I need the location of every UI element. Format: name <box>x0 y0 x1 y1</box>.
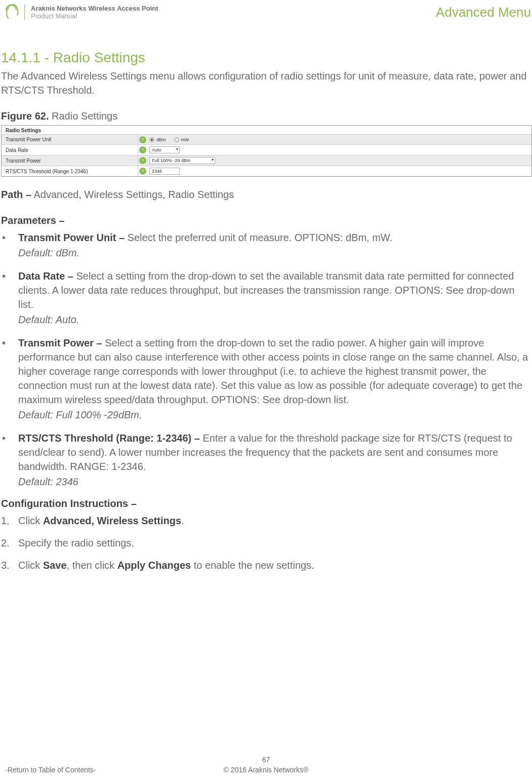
page-content: 14.1.1 - Radio Settings The Advanced Wir… <box>0 24 532 572</box>
brand-logo-icon <box>3 4 19 20</box>
param-default: Default: Auto. <box>18 312 532 327</box>
step-text: Specify the radio settings. <box>18 537 134 549</box>
param-default: Default: Full 100% -29dBm. <box>18 408 532 422</box>
path-line: Path – Advanced, Wireless Settings, Radi… <box>1 189 532 201</box>
param-desc: Select the preferred unit of measure. OP… <box>128 232 393 243</box>
select-value: Full 100% -29 dBm <box>152 158 191 163</box>
advanced-menu-label: Advanced Menu <box>436 5 532 20</box>
step-text: Click <box>18 515 43 526</box>
copyright-text: © 2016 Araknis Networks® <box>224 766 309 774</box>
return-to-toc-link[interactable]: -Return to Table of Contents- <box>5 766 96 774</box>
step-item: 2. Specify the radio settings. <box>1 536 532 550</box>
path-value: Advanced, Wireless Settings, Radio Setti… <box>33 189 234 200</box>
step-number: 3. <box>1 558 18 572</box>
radio-dbm[interactable] <box>149 137 154 142</box>
brand-title: Araknis Networks Wireless Access Point <box>31 5 158 12</box>
step-bold: Advanced, Wireless Settings <box>43 515 181 526</box>
step-text: Click <box>18 560 43 571</box>
screenshot-row: RTS/CTS Threshold (Range 1-2346) ? 2346 <box>2 166 531 176</box>
param-term: Transmit Power – <box>18 337 102 348</box>
step-text: , then click <box>67 560 117 571</box>
page-footer: 67 -Return to Table of Contents- © 2016 … <box>0 756 532 774</box>
param-default: Default: 2346 <box>18 475 532 489</box>
figure-caption: Figure 62. Radio Settings <box>1 110 532 122</box>
help-icon: ? <box>139 136 146 143</box>
step-item: 1. Click Advanced, Wireless Settings. <box>1 514 532 528</box>
help-icon: ? <box>139 168 146 175</box>
screenshot-row: Data Rate ? Auto <box>2 144 531 155</box>
param-desc: Select a setting from the drop-down to s… <box>18 270 515 310</box>
header-text: Araknis Networks Wireless Access Point P… <box>31 5 158 20</box>
parameters-list: • Transmit Power Unit – Select the prefe… <box>1 230 532 489</box>
section-intro: The Advanced Wireless Settings menu allo… <box>1 69 532 97</box>
select-value: Auto <box>152 147 161 152</box>
radio-mw[interactable] <box>174 137 179 142</box>
radio-settings-screenshot: Radio Settings Transmit Power Unit ? dBm… <box>1 125 532 177</box>
help-icon: ? <box>139 157 146 164</box>
screenshot-row: Transmit Power Unit ? dBm mW <box>2 134 531 144</box>
config-instructions-heading: Configuration Instructions – <box>1 498 532 510</box>
param-term: Transmit Power Unit – <box>18 232 125 243</box>
figure-name: Radio Settings <box>52 110 117 122</box>
row-label: RTS/CTS Threshold (Range 1-2346) <box>2 167 138 176</box>
step-bold: Save <box>43 560 67 571</box>
param-term: Data Rate – <box>18 270 73 282</box>
rts-cts-input[interactable]: 2346 <box>149 168 180 175</box>
section-heading: 14.1.1 - Radio Settings <box>1 50 532 66</box>
path-label: Path – <box>1 189 31 200</box>
transmit-power-select[interactable]: Full 100% -29 dBm <box>149 157 215 164</box>
parameter-item: • Data Rate – Select a setting from the … <box>1 269 532 327</box>
screenshot-row: Transmit Power ? Full 100% -29 dBm <box>2 155 531 166</box>
row-label: Transmit Power Unit <box>2 135 138 144</box>
step-number: 2. <box>1 536 18 550</box>
bullet-icon: • <box>1 269 18 327</box>
parameter-item: • Transmit Power Unit – Select the prefe… <box>1 230 532 260</box>
parameters-heading: Parameters – <box>1 215 532 226</box>
step-text: to enable the new settings. <box>191 560 314 571</box>
help-icon: ? <box>139 146 146 153</box>
bullet-icon: • <box>1 336 18 422</box>
page-number: 67 <box>0 756 532 764</box>
data-rate-select[interactable]: Auto <box>149 146 180 153</box>
config-steps: 1. Click Advanced, Wireless Settings. 2.… <box>1 514 532 572</box>
param-default: Default: dBm. <box>18 246 532 260</box>
figure-label: Figure 62. <box>1 110 49 122</box>
step-number: 1. <box>1 514 18 528</box>
screenshot-title: Radio Settings <box>2 126 531 134</box>
radio-option-label: mW <box>181 137 189 142</box>
brand-subtitle: Product Manual <box>31 12 158 20</box>
row-label: Transmit Power <box>2 156 138 166</box>
param-term: RTS/CTS Threshold (Range: 1-2346) – <box>18 433 200 444</box>
parameter-item: • RTS/CTS Threshold (Range: 1-2346) – En… <box>1 431 532 489</box>
header-divider <box>24 5 25 20</box>
bullet-icon: • <box>1 230 18 260</box>
step-item: 3. Click Save, then click Apply Changes … <box>1 558 532 572</box>
radio-option-label: dBm <box>156 137 166 142</box>
transmit-power-unit-radio-group: dBm mW <box>149 136 189 144</box>
input-value: 2346 <box>152 169 162 174</box>
bullet-icon: • <box>1 431 18 489</box>
header-left: Araknis Networks Wireless Access Point P… <box>0 4 158 20</box>
page-header: Araknis Networks Wireless Access Point P… <box>0 0 532 24</box>
step-text: . <box>181 515 184 526</box>
row-label: Data Rate <box>2 145 138 155</box>
step-bold: Apply Changes <box>117 560 191 571</box>
parameter-item: • Transmit Power – Select a setting from… <box>1 336 532 422</box>
